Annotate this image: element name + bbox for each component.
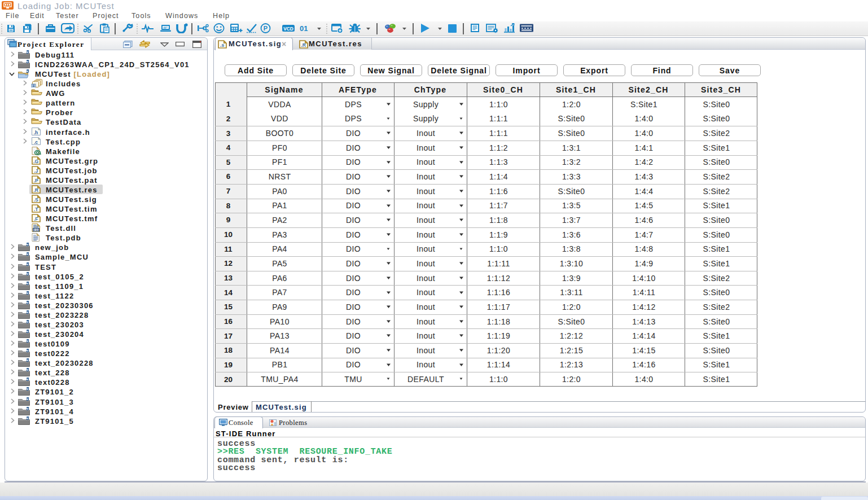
svg-text:010: 010 (33, 228, 39, 232)
svg-text:.J: .J (34, 168, 38, 174)
svg-text:.S: .S (34, 197, 38, 203)
svg-text:P: P (264, 25, 268, 32)
svg-text:.R: .R (33, 187, 38, 193)
svg-text:VCD: VCD (283, 26, 293, 32)
svg-text:.T: .T (34, 207, 38, 212)
svg-text:.P: .P (34, 178, 38, 183)
svg-text:.c: .c (34, 139, 38, 145)
svg-text:.s: .s (220, 42, 224, 48)
svg-text:.h: .h (34, 130, 38, 135)
svg-text:.R: .R (301, 42, 306, 48)
svg-text:.G: .G (33, 159, 38, 164)
svg-text:.F: .F (34, 216, 38, 222)
